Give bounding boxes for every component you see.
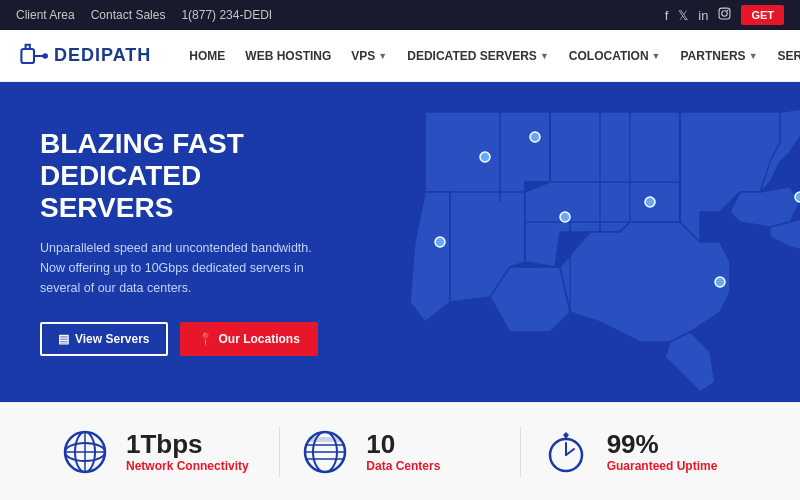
uptime-icon <box>541 427 591 477</box>
svg-rect-3 <box>21 49 34 63</box>
colo-caret: ▼ <box>652 51 661 61</box>
hero-section: BLAZING FAST DEDICATED SERVERS Unparalle… <box>0 82 800 402</box>
nav-home[interactable]: HOME <box>181 45 233 67</box>
hero-title: BLAZING FAST DEDICATED SERVERS <box>40 128 340 225</box>
client-area-link[interactable]: Client Area <box>16 8 75 22</box>
contact-sales-link[interactable]: Contact Sales <box>91 8 166 22</box>
top-bar-left: Client Area Contact Sales 1(877) 234-DED… <box>16 8 272 22</box>
get-button[interactable]: GET <box>741 5 784 25</box>
stat-uptime-label: Guaranteed Uptime <box>607 459 718 473</box>
nav-web-hosting[interactable]: WEB HOSTING <box>237 45 339 67</box>
stats-bar: 1Tbps Network Connectivity 10 Data Cente… <box>0 402 800 500</box>
logo-icon <box>20 42 48 70</box>
view-servers-button[interactable]: ▤ View Servers <box>40 322 168 356</box>
navbar: DEDIPATH HOME WEB HOSTING VPS ▼ DEDICATE… <box>0 30 800 82</box>
our-locations-button[interactable]: 📍 Our Locations <box>180 322 318 356</box>
stat-network-text: 1Tbps Network Connectivity <box>126 430 249 473</box>
nav-services[interactable]: SERVICES ▼ <box>770 45 800 67</box>
view-servers-label: View Servers <box>75 332 150 346</box>
hero-buttons: ▤ View Servers 📍 Our Locations <box>40 322 340 356</box>
vps-caret: ▼ <box>378 51 387 61</box>
location-dot-nw <box>480 152 490 162</box>
us-map <box>370 82 800 402</box>
phone-number: 1(877) 234-DEDI <box>181 8 272 22</box>
us-map-svg <box>370 82 800 402</box>
svg-point-1 <box>722 11 727 16</box>
instagram-icon[interactable] <box>718 7 731 23</box>
stat-network: 1Tbps Network Connectivity <box>40 427 280 477</box>
logo-text: DEDIPATH <box>54 45 151 66</box>
stat-uptime: 99% Guaranteed Uptime <box>521 427 760 477</box>
stat-network-label: Network Connectivity <box>126 459 249 473</box>
servers-icon: ▤ <box>58 332 69 346</box>
hero-subtitle: Unparalleled speed and uncontended bandw… <box>40 238 340 298</box>
location-dot-midwest <box>645 197 655 207</box>
top-bar: Client Area Contact Sales 1(877) 234-DED… <box>0 0 800 30</box>
top-bar-right: f 𝕏 in GET <box>665 5 784 25</box>
nav-colocation[interactable]: COLOCATION ▼ <box>561 45 669 67</box>
twitter-icon[interactable]: 𝕏 <box>678 8 688 23</box>
svg-point-2 <box>727 10 729 12</box>
location-dot-se <box>715 277 725 287</box>
logo[interactable]: DEDIPATH <box>20 42 151 70</box>
linkedin-icon[interactable]: in <box>698 8 708 23</box>
location-dot-n <box>530 132 540 142</box>
stat-datacenters-text: 10 Data Centers <box>366 430 440 473</box>
nav-vps[interactable]: VPS ▼ <box>343 45 395 67</box>
dedicated-caret: ▼ <box>540 51 549 61</box>
location-dot-west <box>435 237 445 247</box>
nav-links: HOME WEB HOSTING VPS ▼ DEDICATED SERVERS… <box>181 45 800 67</box>
stat-datacenters: 10 Data Centers <box>280 427 520 477</box>
location-dot-ne <box>795 192 800 202</box>
stat-datacenters-number: 10 <box>366 430 440 459</box>
stat-uptime-text: 99% Guaranteed Uptime <box>607 430 718 473</box>
stat-network-number: 1Tbps <box>126 430 249 459</box>
our-locations-label: Our Locations <box>219 332 300 346</box>
svg-marker-14 <box>730 187 800 227</box>
facebook-icon[interactable]: f <box>665 8 669 23</box>
svg-line-38 <box>566 449 574 455</box>
network-icon <box>60 427 110 477</box>
stat-uptime-number: 99% <box>607 430 718 459</box>
svg-rect-0 <box>719 8 730 19</box>
datacenter-icon <box>300 427 350 477</box>
svg-point-4 <box>42 53 48 59</box>
location-icon: 📍 <box>198 332 213 346</box>
partners-caret: ▼ <box>749 51 758 61</box>
svg-rect-35 <box>308 437 342 442</box>
nav-dedicated-servers[interactable]: DEDICATED SERVERS ▼ <box>399 45 557 67</box>
nav-partners[interactable]: PARTNERS ▼ <box>673 45 766 67</box>
stat-datacenters-label: Data Centers <box>366 459 440 473</box>
location-dot-central <box>560 212 570 222</box>
hero-content: BLAZING FAST DEDICATED SERVERS Unparalle… <box>0 98 380 387</box>
